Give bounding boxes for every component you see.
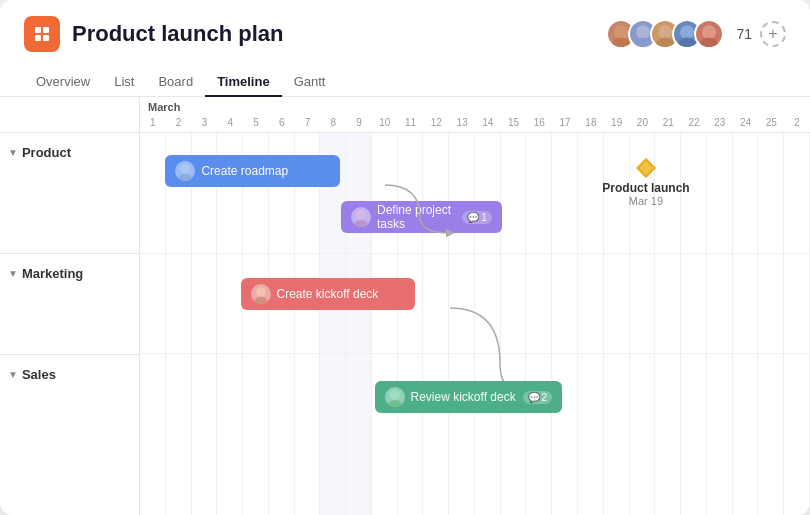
svg-point-16 bbox=[356, 210, 366, 220]
svg-point-4 bbox=[614, 25, 628, 39]
task-bar-define-project-tasks[interactable]: Define project tasks 💬 1 bbox=[341, 201, 502, 233]
section-marketing-row: ▼ Marketing bbox=[0, 254, 139, 354]
svg-rect-2 bbox=[35, 35, 41, 41]
svg-point-17 bbox=[354, 220, 368, 227]
svg-point-6 bbox=[636, 25, 650, 39]
chevron-icon: ▼ bbox=[8, 147, 18, 158]
svg-point-12 bbox=[702, 25, 716, 39]
tab-list[interactable]: List bbox=[102, 68, 146, 97]
task-label: Define project tasks bbox=[377, 203, 456, 231]
svg-point-21 bbox=[388, 400, 402, 407]
grid-columns bbox=[140, 133, 810, 515]
svg-point-10 bbox=[680, 25, 694, 39]
task-avatar bbox=[175, 161, 195, 181]
svg-point-9 bbox=[657, 37, 674, 49]
svg-point-8 bbox=[658, 25, 672, 39]
task-bar-create-kickoff-deck[interactable]: Create kickoff deck bbox=[241, 278, 415, 310]
chevron-icon: ▼ bbox=[8, 268, 18, 279]
timeline-container: March 1 2 3 4 5 6 7 8 9 10 11 12 13 14 1… bbox=[0, 97, 810, 515]
day-numbers: 1 2 3 4 5 6 7 8 9 10 11 12 13 14 15 16 1 bbox=[140, 117, 810, 128]
svg-point-14 bbox=[180, 164, 190, 174]
task-bar-create-roadmap[interactable]: Create roadmap bbox=[165, 155, 339, 187]
nav-tabs: Overview List Board Timeline Gantt bbox=[0, 60, 810, 97]
project-title: Product launch plan bbox=[72, 21, 283, 47]
avatar bbox=[694, 19, 724, 49]
tab-gantt[interactable]: Gantt bbox=[282, 68, 338, 97]
header-left: Product launch plan bbox=[24, 16, 283, 52]
svg-point-7 bbox=[635, 37, 652, 49]
section-divider-1 bbox=[140, 253, 810, 254]
svg-point-20 bbox=[390, 390, 400, 400]
task-label: Create kickoff deck bbox=[277, 287, 379, 301]
timeline-sidebar: ▼ Product ▼ Marketing ▼ Sales bbox=[0, 133, 140, 515]
section-product-row: ▼ Product bbox=[0, 133, 139, 253]
svg-point-15 bbox=[178, 174, 192, 181]
timeline-header: March 1 2 3 4 5 6 7 8 9 10 11 12 13 14 1… bbox=[0, 97, 810, 133]
timeline-grid: Create roadmap Define project tasks 💬 1 bbox=[140, 133, 810, 515]
svg-rect-3 bbox=[43, 35, 49, 41]
header-right: 71 + bbox=[606, 19, 786, 49]
avatars-group bbox=[606, 19, 724, 49]
header: Product launch plan bbox=[0, 0, 810, 52]
milestone-label: Product launch bbox=[602, 181, 689, 195]
svg-point-18 bbox=[256, 287, 266, 297]
task-label: Create roadmap bbox=[201, 164, 288, 178]
milestone-date: Mar 19 bbox=[629, 195, 663, 207]
task-comment-badge: 💬 1 bbox=[462, 211, 492, 224]
app-icon bbox=[24, 16, 60, 52]
svg-point-13 bbox=[701, 37, 718, 49]
task-avatar bbox=[251, 284, 271, 304]
section-sales-row: ▼ Sales bbox=[0, 355, 139, 455]
month-label: March bbox=[148, 101, 180, 113]
task-label: Review kickoff deck bbox=[411, 390, 516, 404]
timeline-sidebar-header bbox=[0, 97, 140, 132]
tab-board[interactable]: Board bbox=[146, 68, 205, 97]
timeline-dates-header: March 1 2 3 4 5 6 7 8 9 10 11 12 13 14 1… bbox=[140, 97, 810, 132]
svg-rect-1 bbox=[43, 27, 49, 33]
milestone-product-launch: Product launch Mar 19 bbox=[602, 161, 689, 207]
milestone-diamond bbox=[636, 158, 656, 178]
section-sales-label: ▼ Sales bbox=[8, 367, 56, 382]
tab-timeline[interactable]: Timeline bbox=[205, 68, 282, 97]
tab-overview[interactable]: Overview bbox=[24, 68, 102, 97]
section-divider-2 bbox=[140, 353, 810, 354]
chevron-icon: ▼ bbox=[8, 369, 18, 380]
task-avatar bbox=[385, 387, 405, 407]
section-product-label: ▼ Product bbox=[8, 145, 71, 160]
task-bar-review-kickoff-deck[interactable]: Review kickoff deck 💬 2 bbox=[375, 381, 563, 413]
svg-rect-0 bbox=[35, 27, 41, 33]
add-member-button[interactable]: + bbox=[760, 21, 786, 47]
svg-point-11 bbox=[679, 37, 696, 49]
svg-point-5 bbox=[613, 37, 630, 49]
timeline-body: ▼ Product ▼ Marketing ▼ Sales bbox=[0, 133, 810, 515]
section-marketing-label: ▼ Marketing bbox=[8, 266, 83, 281]
app-window: Product launch plan bbox=[0, 0, 810, 515]
task-comment-badge: 💬 2 bbox=[523, 391, 553, 404]
task-avatar bbox=[351, 207, 371, 227]
svg-point-19 bbox=[254, 297, 268, 304]
member-count: 71 bbox=[736, 26, 752, 42]
